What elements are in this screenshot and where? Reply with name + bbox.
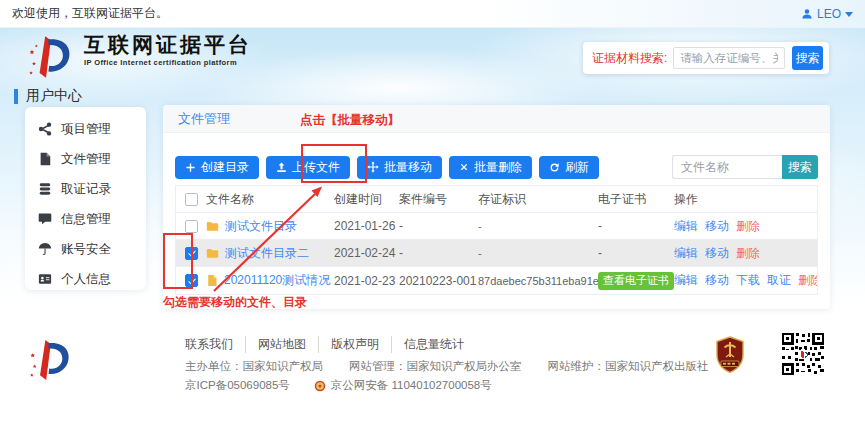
sidebar: 项目管理 文件管理 取证记录 信息管理 账号安全 个人信息 <box>25 107 146 290</box>
evidence-search-button[interactable]: 搜索 <box>792 46 823 70</box>
welcome-text: 欢迎使用，互联网证据平台。 <box>12 5 168 22</box>
annotation-rect-move-button <box>301 144 367 183</box>
annotation-click-hint: 点击【批量移动】 <box>300 112 400 129</box>
sidebar-item-files[interactable]: 文件管理 <box>25 144 146 174</box>
top-bar: 欢迎使用，互联网证据平台。 LEO <box>0 0 865 28</box>
user-menu[interactable]: LEO <box>801 7 853 21</box>
evidence-cell: - <box>478 247 598 259</box>
folder-icon <box>206 220 219 233</box>
icp-record-link[interactable]: 京ICP备05069085号 <box>185 378 290 393</box>
username: LEO <box>817 7 841 21</box>
annotation-rect-checkboxes <box>163 233 193 289</box>
comment-icon <box>38 212 52 226</box>
edit-link[interactable]: 编辑 <box>674 245 698 262</box>
brand: 互联网证据平台 IP Office Internet certification… <box>26 33 252 85</box>
evidence-search-input[interactable] <box>673 47 785 69</box>
batch-delete-button[interactable]: 批量删除 <box>449 156 532 179</box>
upload-icon <box>276 162 287 173</box>
umbrella-icon <box>38 242 52 256</box>
case-cell: - <box>399 246 478 260</box>
table-header-row: 文件名称 创建时间 案件编号 存证标识 电子证书 操作 <box>176 186 817 213</box>
created-cell: 2021-02-24 <box>334 246 399 260</box>
logo-icon <box>26 33 74 85</box>
file-management-panel: 文件管理 创建目录 上传文件 批量移动 批量删除 刷新 <box>163 105 830 309</box>
site-subtitle: IP Office Internet certification platfor… <box>84 58 252 67</box>
col-header-case: 案件编号 <box>399 191 478 208</box>
folder-icon <box>206 247 219 260</box>
certification-shield-badge <box>714 336 746 378</box>
forensics-link[interactable]: 取证 <box>767 272 791 289</box>
move-link[interactable]: 移动 <box>705 245 729 262</box>
footer-link-contact[interactable]: 联系我们 <box>185 336 233 353</box>
file-search-button[interactable]: 搜索 <box>782 155 818 179</box>
file-name-input[interactable] <box>672 155 782 179</box>
files-table: 文件名称 创建时间 案件编号 存证标识 电子证书 操作 测试文件目录 2021-… <box>175 185 818 295</box>
evidence-search-box: 证据材料搜索: 搜索 <box>583 42 829 74</box>
col-header-created: 创建时间 <box>334 191 399 208</box>
select-all-checkbox[interactable] <box>185 193 198 206</box>
section-title-bar <box>14 89 18 104</box>
panel-title: 文件管理 <box>178 110 230 128</box>
qr-code <box>782 333 824 379</box>
id-card-icon <box>38 272 52 286</box>
view-certificate-badge[interactable]: 查看电子证书 <box>598 272 674 290</box>
delete-link[interactable]: 删除 <box>736 218 760 235</box>
table-row: 202011120测试情况 - ... 2021-02-23 20210223-… <box>176 267 817 294</box>
evidence-cell: 87daebec75b311eba91e <box>478 275 598 287</box>
file-name-link[interactable]: 测试文件目录 <box>225 218 297 235</box>
sidebar-item-profile[interactable]: 个人信息 <box>25 264 146 294</box>
download-link[interactable]: 下载 <box>736 272 760 289</box>
footer-nav: 联系我们 网站地图 版权声明 信息量统计 <box>185 336 464 353</box>
delete-link[interactable]: 删除 <box>798 272 817 289</box>
footer-link-stats[interactable]: 信息量统计 <box>391 336 464 353</box>
refresh-icon <box>549 162 560 173</box>
footer-link-copyright[interactable]: 版权声明 <box>318 336 379 353</box>
row-checkbox[interactable] <box>185 220 198 233</box>
col-header-evidence: 存证标识 <box>478 191 598 208</box>
sidebar-item-security[interactable]: 账号安全 <box>25 234 146 264</box>
footer-icp-line: 京ICP备05069085号 京公网安备 11040102700058号 <box>185 378 492 393</box>
section-title-text: 用户中心 <box>26 87 82 105</box>
edit-link[interactable]: 编辑 <box>674 218 698 235</box>
user-icon <box>801 8 813 20</box>
footer-org-manage: 网站管理：国家知识产权局办公室 <box>349 359 522 374</box>
col-header-cert: 电子证书 <box>598 191 674 208</box>
create-directory-button[interactable]: 创建目录 <box>175 156 259 179</box>
edit-link[interactable]: 编辑 <box>674 272 698 289</box>
delete-link[interactable]: 删除 <box>736 245 760 262</box>
section-title: 用户中心 <box>14 87 82 105</box>
file-name-link[interactable]: 202011120测试情况 - ... <box>224 272 334 289</box>
page: 欢迎使用，互联网证据平台。 LEO 互联网证据平台 IP Office Inte… <box>0 0 865 440</box>
footer-logo-icon <box>27 333 73 391</box>
chevron-down-icon <box>845 12 853 17</box>
database-icon <box>38 182 52 196</box>
sidebar-item-project[interactable]: 项目管理 <box>25 114 146 144</box>
plus-icon <box>185 162 196 173</box>
col-header-name: 文件名称 <box>206 191 334 208</box>
footer-org-host: 主办单位：国家知识产权局 <box>185 359 323 374</box>
table-row: 测试文件目录二 2021-02-24 - - - 编辑 移动 删除 <box>176 240 817 267</box>
file-icon <box>206 274 218 287</box>
footer-org-maintain: 网站维护：国家知识产权出版社 <box>548 359 709 374</box>
sidebar-item-records[interactable]: 取证记录 <box>25 174 146 204</box>
share-nodes-icon <box>38 122 52 136</box>
footer-link-sitemap[interactable]: 网站地图 <box>245 336 306 353</box>
table-row: 测试文件目录 2021-01-26 - - - 编辑 移动 删除 <box>176 213 817 240</box>
move-link[interactable]: 移动 <box>705 218 729 235</box>
sidebar-item-messages[interactable]: 信息管理 <box>25 204 146 234</box>
move-link[interactable]: 移动 <box>705 272 729 289</box>
file-filter: 搜索 <box>672 155 818 179</box>
file-name-link[interactable]: 测试文件目录二 <box>225 245 309 262</box>
site-title: 互联网证据平台 <box>84 33 252 57</box>
toolbar: 创建目录 上传文件 批量移动 批量删除 刷新 搜索 <box>175 155 818 179</box>
evidence-cell: - <box>478 220 598 232</box>
refresh-button[interactable]: 刷新 <box>539 156 599 179</box>
annotation-check-hint: 勾选需要移动的文件、目录 <box>163 294 307 311</box>
police-emblem-icon <box>314 380 326 392</box>
police-record-link[interactable]: 京公网安备 11040102700058号 <box>331 378 492 393</box>
cert-cell: - <box>598 219 674 233</box>
cert-cell: - <box>598 246 674 260</box>
panel-header: 文件管理 <box>163 105 830 133</box>
batch-move-button[interactable]: 批量移动 <box>357 156 442 179</box>
case-cell: 20210223-001 <box>399 274 478 288</box>
